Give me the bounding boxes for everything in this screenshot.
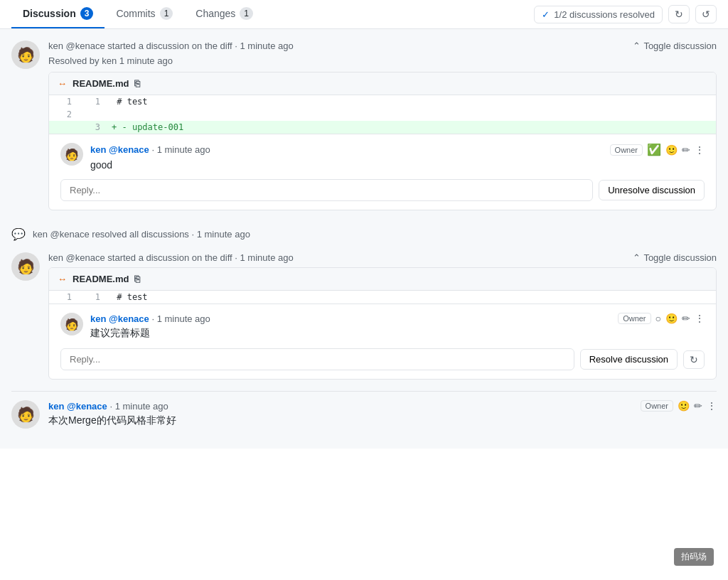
comment-text-1: good bbox=[90, 159, 705, 171]
emoji-icon-2[interactable]: 🙂 bbox=[665, 313, 678, 324]
refresh-button[interactable]: ↻ bbox=[668, 5, 690, 23]
check-circle-icon: ✓ bbox=[542, 9, 550, 20]
diff-line: 1 1 # test bbox=[49, 291, 716, 304]
diff-line-added: 3 + - update-001 bbox=[49, 121, 716, 134]
file-type-icon-2: ↔ bbox=[58, 274, 67, 284]
comment-avatar-1: 🧑 bbox=[60, 143, 83, 166]
edit-icon-2[interactable]: ✏ bbox=[682, 313, 690, 324]
diff-table-2: 1 1 # test bbox=[49, 291, 716, 304]
tab-changes[interactable]: Changes 1 bbox=[184, 0, 264, 28]
reply-area-1: Unresolve discussion bbox=[60, 179, 705, 201]
comment-2: 🧑 ken @kenace · 1 minute ago Owner bbox=[60, 313, 705, 340]
main-content: 🧑 ken @kenace started a discussion on th… bbox=[0, 29, 728, 449]
more-icon-3[interactable]: ⋮ bbox=[707, 400, 717, 412]
page: Discussion 3 Commits 1 Changes 1 ✓ 1/2 d… bbox=[0, 0, 728, 580]
comment-text-2: 建议完善标题 bbox=[90, 327, 705, 340]
comment-1: 🧑 ken @kenace · 1 minute ago Owner bbox=[60, 143, 705, 171]
comment-actions-1: Owner ✅ 🙂 ✏ ⋮ bbox=[610, 143, 705, 156]
comment-body-1: ken @kenace · 1 minute ago Owner ✅ 🙂 ✏ ⋮ bbox=[90, 143, 705, 171]
discussion-header-1: ken @kenace started a discussion on the … bbox=[48, 41, 717, 51]
comment-header-1: ken @kenace · 1 minute ago Owner ✅ 🙂 ✏ ⋮ bbox=[90, 143, 705, 156]
comment-avatar-2: 🧑 bbox=[60, 313, 83, 335]
resolved-status: ✓ 1/2 discussions resolved bbox=[534, 6, 663, 23]
reply-input-2[interactable] bbox=[60, 348, 574, 370]
avatar-2: 🧑 bbox=[11, 252, 40, 281]
comment-author-1: ken @kenace · 1 minute ago bbox=[90, 144, 210, 155]
edit-icon-1[interactable]: ✏ bbox=[682, 144, 690, 156]
file-block-1: ↔ README.md ⎘ 1 1 # test 2 bbox=[48, 72, 717, 210]
watermark: 拍码场 bbox=[674, 548, 714, 566]
bottom-avatar: 🧑 bbox=[11, 400, 40, 429]
more-icon-2[interactable]: ⋮ bbox=[695, 313, 705, 324]
edit-icon-3[interactable]: ✏ bbox=[694, 400, 702, 412]
diff-line: 2 bbox=[49, 108, 716, 121]
tab-discussion[interactable]: Discussion 3 bbox=[11, 0, 105, 28]
discussion-header-2: ken @kenace started a discussion on the … bbox=[48, 252, 717, 263]
discussion-body-2: ken @kenace started a discussion on the … bbox=[48, 252, 717, 380]
emoji-icon-3[interactable]: 🙂 bbox=[678, 400, 690, 412]
discussion-meta-2: ken @kenace started a discussion on the … bbox=[48, 252, 294, 263]
toggle-discussion-2[interactable]: ⌃ Toggle discussion bbox=[633, 252, 717, 263]
event-item: 💬 ken @kenace resolved all discussions ·… bbox=[11, 222, 717, 252]
reply-button[interactable]: ↺ bbox=[695, 5, 717, 23]
discussion-meta-1: ken @kenace started a discussion on the … bbox=[48, 41, 294, 51]
discussion-item-2: 🧑 ken @kenace started a discussion on th… bbox=[11, 252, 717, 380]
discussion-body-1: ken @kenace started a discussion on the … bbox=[48, 41, 717, 210]
file-header-2: ↔ README.md ⎘ bbox=[49, 268, 716, 291]
bottom-comment-actions: Owner 🙂 ✏ ⋮ bbox=[641, 400, 717, 412]
tabs-bar: Discussion 3 Commits 1 Changes 1 ✓ 1/2 d… bbox=[0, 0, 728, 29]
event-text: ken @kenace resolved all discussions · 1… bbox=[33, 229, 250, 240]
diff-table-1: 1 1 # test 2 3 bbox=[49, 95, 716, 134]
file-block-2: ↔ README.md ⎘ 1 1 # test bbox=[48, 267, 717, 380]
more-icon-1[interactable]: ⋮ bbox=[695, 144, 705, 156]
comment-thread-2: 🧑 ken @kenace · 1 minute ago Owner bbox=[49, 304, 716, 379]
owner-badge-2: Owner bbox=[618, 313, 651, 324]
emoji-icon-1[interactable]: 🙂 bbox=[665, 144, 678, 156]
comment-header-2: ken @kenace · 1 minute ago Owner ○ 🙂 ✏ ⋮ bbox=[90, 313, 705, 324]
tabs-right: ✓ 1/2 discussions resolved ↻ ↺ bbox=[534, 5, 717, 23]
reply-input-1[interactable] bbox=[60, 179, 593, 201]
copy-icon-2[interactable]: ⎘ bbox=[134, 274, 140, 284]
diff-line: 1 1 # test bbox=[49, 95, 716, 108]
copy-icon-1[interactable]: ⎘ bbox=[134, 78, 140, 89]
toggle-discussion-1[interactable]: ⌃ Toggle discussion bbox=[633, 41, 717, 51]
bottom-comment-body: ken @kenace · 1 minute ago Owner 🙂 ✏ ⋮ 本… bbox=[48, 400, 717, 427]
bottom-comment: 🧑 ken @kenace · 1 minute ago Owner 🙂 ✏ ⋮… bbox=[11, 391, 717, 437]
discussion-item-1: 🧑 ken @kenace started a discussion on th… bbox=[11, 41, 717, 210]
owner-badge-1: Owner bbox=[610, 144, 643, 156]
bottom-comment-text: 本次Merge的代码风格非常好 bbox=[48, 414, 717, 427]
tab-commits[interactable]: Commits 1 bbox=[105, 0, 184, 28]
avatar-1: 🧑 bbox=[11, 41, 40, 69]
unresolve-button-1[interactable]: Unresolve discussion bbox=[599, 180, 705, 200]
resolve-button-2[interactable]: Resolve discussion bbox=[580, 349, 678, 370]
reply-area-2: Resolve discussion ↻ bbox=[60, 348, 705, 370]
resolved-by-1: Resolved by ken 1 minute ago bbox=[48, 55, 717, 66]
chat-icon: 💬 bbox=[11, 227, 26, 241]
comment-actions-2: Owner ○ 🙂 ✏ ⋮ bbox=[618, 313, 705, 324]
comment-body-2: ken @kenace · 1 minute ago Owner ○ 🙂 ✏ ⋮ bbox=[90, 313, 705, 340]
comment-author-2: ken @kenace · 1 minute ago bbox=[90, 313, 210, 324]
comment-thread-1: 🧑 ken @kenace · 1 minute ago Owner bbox=[49, 134, 716, 210]
resolved-check-icon[interactable]: ✅ bbox=[647, 143, 661, 156]
circle-check-icon[interactable]: ○ bbox=[655, 313, 661, 324]
refresh-resolve-button[interactable]: ↻ bbox=[683, 350, 705, 369]
file-header-1: ↔ README.md ⎘ bbox=[49, 72, 716, 95]
owner-badge-3: Owner bbox=[641, 400, 673, 412]
file-type-icon-1: ↔ bbox=[58, 78, 67, 89]
bottom-comment-author: ken @kenace · 1 minute ago bbox=[48, 401, 168, 412]
